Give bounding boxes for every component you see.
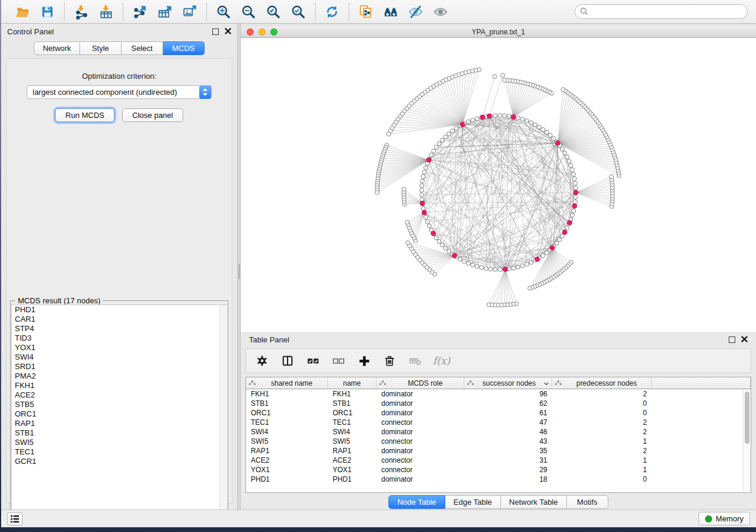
deselect-all-rows-icon[interactable] [331, 353, 346, 368]
table-cell[interactable]: connector [377, 418, 464, 427]
mcds-result-item[interactable]: TID3 [12, 334, 227, 343]
export-network-icon[interactable] [132, 4, 148, 20]
column-header-shared-name[interactable]: shared name [246, 377, 328, 389]
network-node[interactable] [427, 224, 431, 228]
network-node[interactable] [573, 181, 578, 185]
table-cell[interactable]: STB1 [328, 399, 377, 408]
refresh-icon[interactable] [324, 4, 340, 20]
mcds-list-scrollbar[interactable] [219, 305, 227, 517]
network-node[interactable] [545, 251, 549, 255]
column-header-MCDS-role[interactable]: MCDS role [377, 377, 464, 389]
mcds-result-item[interactable]: TEC1 [12, 447, 227, 457]
hide-selected-icon[interactable] [407, 4, 424, 20]
network-node[interactable] [573, 195, 578, 199]
table-cell[interactable]: 0 [552, 399, 652, 408]
table-cell[interactable]: dominator [377, 399, 464, 408]
network-node[interactable] [467, 120, 471, 124]
network-node-dominator[interactable] [431, 231, 436, 236]
network-node[interactable] [557, 238, 562, 242]
network-node[interactable] [440, 243, 444, 247]
table-cell[interactable]: ORC1 [246, 408, 328, 418]
network-node[interactable] [387, 132, 391, 136]
table-cell[interactable]: RAP1 [246, 446, 328, 456]
save-icon[interactable] [39, 4, 56, 20]
network-node[interactable] [489, 267, 493, 271]
table-cell[interactable]: YOX1 [328, 465, 377, 475]
network-node[interactable] [560, 147, 564, 151]
network-node[interactable] [487, 303, 491, 307]
table-settings-icon[interactable] [254, 353, 270, 368]
network-node-dominator[interactable] [563, 230, 567, 235]
network-node[interactable] [610, 175, 614, 179]
column-header-successor-nodes[interactable]: successor nodes [464, 377, 552, 389]
float-table-panel-icon[interactable] [729, 336, 735, 343]
show-columns-icon[interactable] [280, 353, 295, 368]
network-node[interactable] [503, 78, 507, 82]
table-cell[interactable]: 62 [464, 399, 552, 408]
network-node[interactable] [516, 265, 520, 269]
select-all-rows-icon[interactable] [305, 353, 321, 368]
tab-node-table[interactable]: Node Table [388, 495, 445, 509]
table-row[interactable]: SWI5SWI5connector431 [246, 437, 751, 446]
import-table-icon[interactable] [98, 4, 114, 20]
table-cell[interactable]: YOX1 [246, 465, 328, 475]
network-node[interactable] [444, 246, 448, 251]
table-cell[interactable]: 31 [464, 456, 552, 465]
network-node-dominator[interactable] [550, 246, 554, 251]
table-row[interactable]: TEC1TEC1connector472 [246, 418, 751, 427]
network-node[interactable] [545, 130, 549, 134]
network-node-dominator[interactable] [420, 201, 425, 206]
export-image-icon[interactable] [181, 4, 198, 20]
table-cell[interactable]: dominator [377, 475, 464, 484]
network-node-dominator[interactable] [567, 220, 572, 225]
mcds-result-item[interactable]: CAR1 [12, 315, 227, 324]
search-input[interactable] [575, 4, 748, 19]
network-node[interactable] [420, 193, 424, 197]
network-node[interactable] [375, 191, 379, 195]
minimize-window-icon[interactable] [259, 28, 266, 36]
network-node[interactable] [521, 264, 525, 268]
zoom-out-icon[interactable] [240, 4, 257, 20]
sort-menu-icon[interactable] [544, 379, 549, 387]
column-header-predecessor-nodes[interactable]: predecessor nodes [552, 377, 652, 389]
mcds-result-item[interactable]: STB1 [12, 428, 227, 438]
table-scrollbar-thumb[interactable] [745, 392, 749, 444]
table-cell[interactable]: 1 [552, 456, 652, 465]
table-cell[interactable]: SWI5 [246, 437, 328, 446]
network-node-dominator[interactable] [573, 190, 578, 195]
table-cell[interactable]: ACE2 [328, 456, 377, 465]
network-node[interactable] [420, 179, 425, 183]
network-node-dominator[interactable] [452, 254, 457, 258]
tab-style[interactable]: Style [80, 41, 122, 55]
table-cell[interactable]: 96 [464, 389, 552, 399]
network-node-dominator[interactable] [572, 204, 577, 209]
network-node[interactable] [529, 121, 533, 125]
close-window-icon[interactable] [247, 28, 254, 36]
table-cell[interactable]: connector [377, 437, 464, 446]
close-panel-icon[interactable] [225, 27, 231, 36]
tab-motifs[interactable]: Motifs [567, 495, 608, 509]
network-node[interactable] [529, 261, 533, 265]
tab-edge-table[interactable]: Edge Table [445, 495, 501, 509]
network-node-dominator[interactable] [460, 122, 465, 127]
network-node-dominator[interactable] [511, 114, 516, 119]
network-node[interactable] [458, 257, 462, 261]
network-node[interactable] [480, 265, 484, 270]
table-cell[interactable]: TEC1 [328, 418, 377, 427]
table-cell[interactable]: dominator [377, 389, 464, 399]
table-row[interactable]: FKH1FKH1dominator962 [246, 389, 751, 399]
network-node[interactable] [434, 145, 438, 149]
table-cell[interactable]: 1 [552, 437, 652, 446]
table-row[interactable]: STB1STB1dominator620 [246, 399, 751, 408]
table-cell[interactable]: 2 [552, 446, 652, 456]
table-cell[interactable]: 43 [464, 437, 552, 446]
network-node[interactable] [422, 170, 426, 174]
network-node[interactable] [440, 138, 444, 142]
mcds-result-item[interactable]: SWI4 [12, 352, 227, 362]
table-row[interactable]: YOX1YOX1connector291 [246, 465, 751, 475]
network-node[interactable] [471, 118, 475, 122]
clone-network-icon[interactable] [358, 4, 374, 20]
network-node[interactable] [573, 177, 577, 181]
zoom-selected-icon[interactable] [290, 4, 307, 20]
tab-select[interactable]: Select [122, 41, 163, 55]
